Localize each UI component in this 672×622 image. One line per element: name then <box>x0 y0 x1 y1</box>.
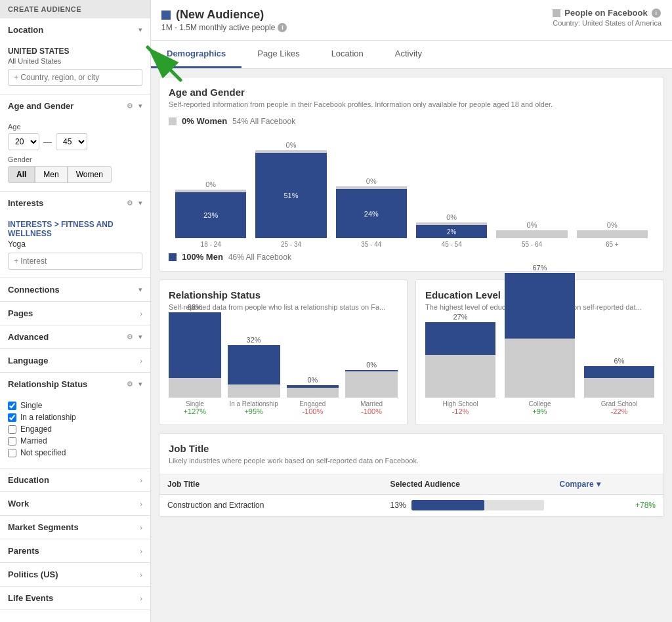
audience-title-square <box>161 10 171 20</box>
men-bar-45-54: 2% <box>416 225 487 238</box>
pages-row[interactable]: Pages › <box>0 302 150 325</box>
compare-button[interactable]: Compare ▾ <box>560 480 656 489</box>
pages-chevron-icon: › <box>140 310 142 318</box>
interests-gear-icon: ⚙ <box>127 199 133 207</box>
men-bar-25-34: 51% <box>255 153 326 238</box>
advanced-row[interactable]: Advanced ⚙ ▾ <box>0 325 150 349</box>
gender-women-button[interactable]: Women <box>68 166 112 183</box>
sidebar-section-relationship: Relationship Status ⚙ ▾ Single In a rela… <box>0 373 150 468</box>
education-row[interactable]: Education › <box>0 468 150 492</box>
relationship-engaged-checkbox[interactable] <box>8 425 16 434</box>
women-label-row: 0% Women 54% All Facebook <box>169 116 654 126</box>
compare-arrow-icon: ▾ <box>597 480 600 489</box>
politics-chevron-icon: › <box>140 571 142 579</box>
relationship-section-header[interactable]: Relationship Status ⚙ ▾ <box>0 373 150 396</box>
men-bar-35-44: 24% <box>336 189 407 238</box>
women-pct-65: 0% <box>607 221 618 229</box>
relationship-married-checkbox[interactable] <box>8 437 16 446</box>
women-pct-25-34: 0% <box>286 141 297 149</box>
women-pct-45-54: 0% <box>446 213 457 221</box>
men-pct-18-24: 23% <box>203 211 218 219</box>
gender-all-button[interactable]: All <box>8 166 35 183</box>
people-fb-sub: Country: United States of America <box>553 19 662 27</box>
age-gender-title: Age and Gender <box>8 101 74 111</box>
education-chevron-icon: › <box>140 476 142 484</box>
language-label: Language <box>8 356 48 365</box>
life-events-label: Life Events <box>8 593 53 603</box>
interests-link[interactable]: INTERESTS > FITNESS AND WELLNESS <box>8 220 142 238</box>
edu-hs-dark <box>425 322 495 355</box>
content-area: Age and Gender Self-reported information… <box>151 69 672 533</box>
rel-change-married: -100% <box>345 407 398 415</box>
main-content: (New Audience) 1M - 1.5M monthly active … <box>151 0 672 622</box>
women-pct-35-44: 0% <box>366 177 377 185</box>
audience-info: (New Audience) 1M - 1.5M monthly active … <box>161 8 287 32</box>
edu-label-grad-group: Grad School -22% <box>584 400 654 415</box>
tab-demographics[interactable]: Demographics <box>151 41 242 68</box>
interests-arrow-icon: ▾ <box>138 199 142 207</box>
rel-label-in-rel-group: In a Relationship +95% <box>228 400 280 415</box>
tab-activity[interactable]: Activity <box>379 41 438 68</box>
interest-input[interactable] <box>8 253 142 270</box>
job-title-card-sub: Likely industries where people work base… <box>169 457 654 465</box>
women-pct-18-24: 0% <box>205 180 216 188</box>
rel-xlabel-in-rel: In a Relationship <box>228 400 280 407</box>
rel-change-in-rel: +95% <box>228 407 280 415</box>
age-max-select[interactable]: 45 <box>56 133 87 150</box>
gender-men-button[interactable]: Men <box>35 166 67 183</box>
tabs-bar: Demographics Page Likes Location Activit… <box>151 41 672 69</box>
edu-xlabel-hs: High School <box>425 400 495 407</box>
edu-labels-row: High School -12% College +9% Grad School… <box>425 400 654 415</box>
relationship-married: Married <box>8 436 142 446</box>
women-label-text: 0% Women <box>182 116 227 126</box>
age-min-select[interactable]: 20 <box>8 133 39 150</box>
pct-cell: 13% <box>390 500 544 510</box>
age-gender-card-sub: Self-reported information from people in… <box>169 100 654 108</box>
location-input[interactable] <box>8 69 142 86</box>
age-dash: — <box>43 137 52 147</box>
sidebar-section-age-gender: Age and Gender ⚙ ▾ Age 20 — 45 Gende <box>0 94 150 192</box>
men-label-row: 100% Men 46% All Facebook <box>169 252 654 262</box>
location-arrow-icon: ▾ <box>138 26 142 34</box>
location-content: UNITED STATES All United States <box>0 41 150 94</box>
relationship-engaged: Engaged <box>8 425 142 434</box>
relationship-in-a-rel-checkbox[interactable] <box>8 413 16 422</box>
rel-label-married-group: Married -100% <box>345 400 398 415</box>
rel-engaged-light <box>287 388 339 398</box>
politics-row[interactable]: Politics (US) › <box>0 563 150 587</box>
job-col-job-title: Job Title <box>159 474 383 495</box>
job-row-construction: Construction and Extraction 13% <box>159 495 663 516</box>
audience-sub-text: 1M - 1.5M monthly active people <box>161 23 275 32</box>
life-events-row[interactable]: Life Events › <box>0 587 150 610</box>
age-gender-bar-chart: 0% 23% 18 - 24 0% 51% 25 <box>169 130 654 248</box>
sidebar-section-interests: Interests ⚙ ▾ INTERESTS > FITNESS AND WE… <box>0 192 150 278</box>
women-sub-text: 54% All Facebook <box>232 117 295 126</box>
language-row[interactable]: Language › <box>0 349 150 373</box>
rel-single-pct: 68% <box>188 303 202 311</box>
job-row-change-value: +78% <box>635 501 656 510</box>
work-row[interactable]: Work › <box>0 492 150 516</box>
location-title: Location <box>8 25 43 35</box>
age-label-25-34: 25 - 34 <box>281 241 301 248</box>
edu-college-dark <box>505 273 575 339</box>
people-info-icon[interactable]: i <box>652 9 661 18</box>
rel-xlabel-engaged: Engaged <box>287 400 339 407</box>
sidebar: CREATE AUDIENCE Location ▾ UNITED STATES… <box>0 0 151 622</box>
tab-page-likes[interactable]: Page Likes <box>242 41 315 68</box>
audience-title-text: (New Audience) <box>176 8 264 22</box>
rel-bar-engaged: 0% <box>287 376 339 398</box>
connections-row[interactable]: Connections ▾ <box>0 278 150 302</box>
relationship-single-checkbox[interactable] <box>8 402 16 410</box>
audience-info-icon[interactable]: i <box>278 23 287 32</box>
market-segments-row[interactable]: Market Segments › <box>0 516 150 539</box>
people-square <box>553 9 560 17</box>
relationship-not-specified-checkbox[interactable] <box>8 449 16 457</box>
parents-row[interactable]: Parents › <box>0 539 150 563</box>
politics-label: Politics (US) <box>8 570 58 579</box>
interests-section-header[interactable]: Interests ⚙ ▾ <box>0 192 150 215</box>
job-table-header-row: Job Title Selected Audience Compare ▾ <box>159 474 663 495</box>
location-section-header[interactable]: Location ▾ <box>0 18 150 41</box>
gender-row: All Men Women <box>8 166 142 183</box>
age-gender-section-header[interactable]: Age and Gender ⚙ ▾ <box>0 94 150 117</box>
tab-location[interactable]: Location <box>316 41 379 68</box>
